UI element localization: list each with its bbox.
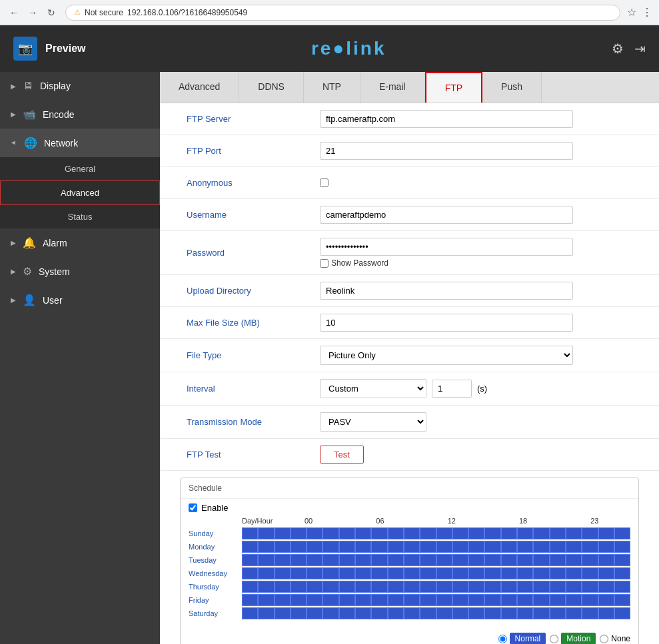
cell[interactable] [582,527,598,539]
sidebar-item-user[interactable]: ▶ 👤 User [0,286,160,314]
cell[interactable] [355,541,371,553]
cell[interactable] [598,541,614,553]
cell[interactable] [323,594,338,606]
cell[interactable] [242,594,258,606]
cell[interactable] [388,607,404,619]
cell[interactable] [614,527,630,539]
cell[interactable] [307,581,323,593]
cell[interactable] [501,607,517,619]
cell[interactable] [614,554,630,566]
cell[interactable] [307,607,323,619]
tab-push[interactable]: Push [482,72,542,103]
settings-icon[interactable]: ⚙ [612,41,624,57]
cell[interactable] [371,581,387,593]
none-radio[interactable] [600,635,608,643]
cell[interactable] [468,607,484,619]
cell[interactable] [258,567,274,579]
sidebar-item-alarm[interactable]: ▶ 🔔 Alarm [0,228,160,257]
cell[interactable] [307,594,323,606]
cell[interactable] [517,594,533,606]
show-password-label[interactable]: Show Password [320,258,573,268]
anonymous-checkbox[interactable] [320,178,329,187]
cell[interactable] [566,594,582,606]
sidebar-item-system[interactable]: ▶ ⚙ System [0,257,160,286]
cell[interactable] [420,554,436,566]
cell[interactable] [452,527,468,539]
cell[interactable] [614,594,630,606]
cell[interactable] [582,554,598,566]
cell[interactable] [323,581,338,593]
cell[interactable] [484,567,500,579]
cell[interactable] [517,567,533,579]
tab-advanced[interactable]: Advanced [160,72,239,103]
cell[interactable] [371,567,387,579]
cell[interactable] [275,581,291,593]
legend-normal[interactable]: Normal [498,633,546,644]
cell[interactable] [355,527,371,539]
cell[interactable] [533,607,549,619]
file-type-select[interactable]: Picture Only Video Only Both [320,346,573,365]
cell[interactable] [436,594,452,606]
tab-email[interactable]: E-mail [360,72,425,103]
sidebar-item-network[interactable]: ▼ 🌐 Network [0,129,160,157]
forward-button[interactable]: → [25,5,40,20]
cell[interactable] [484,541,500,553]
test-button[interactable]: Test [320,446,364,464]
cell[interactable] [258,607,274,619]
cell[interactable] [388,567,404,579]
cell[interactable] [436,581,452,593]
cell[interactable] [566,554,582,566]
cell[interactable] [323,607,338,619]
cell[interactable] [582,567,598,579]
cell[interactable] [484,607,500,619]
cell[interactable] [371,554,387,566]
cell[interactable] [517,554,533,566]
cell[interactable] [404,527,420,539]
cell[interactable] [533,594,549,606]
cell[interactable] [420,581,436,593]
cell[interactable] [291,567,307,579]
address-bar[interactable]: ⚠ Not secure 192.168.0.106/?161664899505… [65,5,620,21]
interval-select[interactable]: Custom 1s 5s 10s [320,379,426,398]
cell[interactable] [242,527,258,539]
cell[interactable] [388,541,404,553]
cell[interactable] [582,594,598,606]
cell[interactable] [452,554,468,566]
cell[interactable] [501,527,517,539]
cell[interactable] [291,581,307,593]
cell[interactable] [436,607,452,619]
cell[interactable] [566,581,582,593]
cell[interactable] [501,567,517,579]
reload-button[interactable]: ↻ [44,5,59,20]
cell[interactable] [517,541,533,553]
cell[interactable] [452,567,468,579]
cell[interactable] [355,594,371,606]
friday-cells[interactable] [242,594,630,606]
cell[interactable] [291,607,307,619]
cell[interactable] [436,554,452,566]
cell[interactable] [614,607,630,619]
cell[interactable] [339,541,355,553]
cell[interactable] [339,527,355,539]
cell[interactable] [242,581,258,593]
cell[interactable] [614,567,630,579]
cell[interactable] [323,554,338,566]
cell[interactable] [275,527,291,539]
cell[interactable] [388,527,404,539]
cell[interactable] [307,527,323,539]
cell[interactable] [420,607,436,619]
cell[interactable] [501,594,517,606]
cell[interactable] [550,554,566,566]
motion-radio[interactable] [550,635,558,643]
cell[interactable] [550,541,566,553]
cell[interactable] [420,594,436,606]
cell[interactable] [614,541,630,553]
cell[interactable] [355,554,371,566]
cell[interactable] [484,581,500,593]
thursday-cells[interactable] [242,581,630,593]
cell[interactable] [533,527,549,539]
sidebar-sub-advanced[interactable]: Advanced [0,180,160,205]
sidebar-sub-status[interactable]: Status [0,205,160,228]
ftp-server-input[interactable] [320,110,573,128]
sidebar-item-display[interactable]: ▶ 🖥 Display [0,72,160,100]
